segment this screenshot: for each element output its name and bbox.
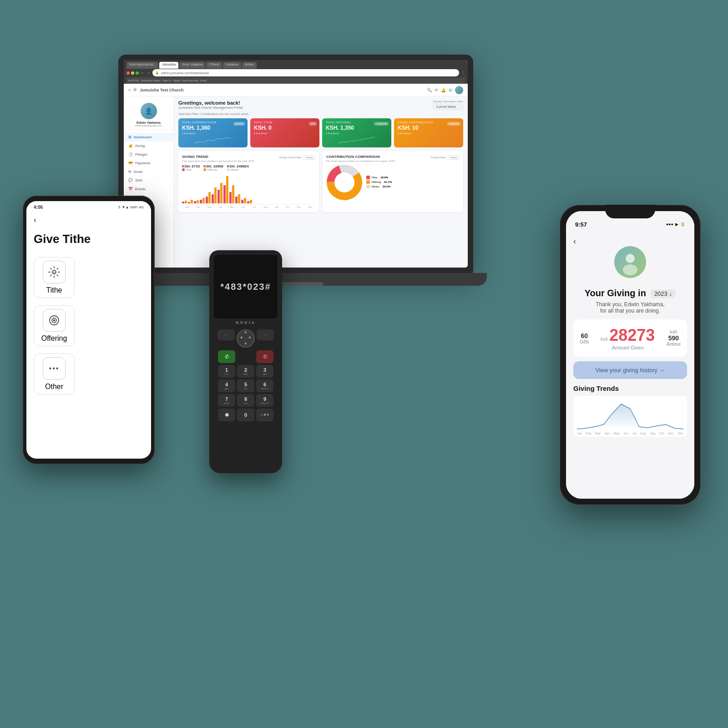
browser-tab[interactable]: Admin <box>242 62 257 69</box>
browser-tab[interactable]: Grey Usajama <box>179 62 205 69</box>
ios-year-arrow-icon: ↓ <box>669 290 672 297</box>
ios-notch <box>605 211 655 218</box>
sidebar-item-payments[interactable]: 💳Payments <box>124 159 173 167</box>
ios-trends-title: Giving Trends <box>573 384 687 392</box>
filter-row: Selected Filter: Contributions for the c… <box>178 112 463 116</box>
chart-subtitle: Pie chart representation of contribution… <box>326 160 460 162</box>
tithe-icon: % <box>43 261 66 283</box>
stat-other: OTHER CONTRIBUTIONS KSH. 10 1 Donations … <box>394 118 463 147</box>
nokia-left-softkey[interactable]: ← <box>217 329 235 340</box>
laptop-screen: Kodi-Nyumba Ad... Jumuisha Grey Usajama … <box>124 60 468 268</box>
tithe-value: KSH. 6733 <box>182 164 200 168</box>
svg-point-3 <box>334 172 354 192</box>
close-button[interactable] <box>126 71 130 75</box>
stat-total-contributions: TOTAL CONTRIBUTIONS KSH. 1,360 1 Donatio… <box>178 118 248 147</box>
browser-tab-active[interactable]: Jumuisha <box>159 62 178 69</box>
tithe-label: Tithe <box>46 286 62 294</box>
ios-year-badge[interactable]: 2023 ↓ <box>651 289 676 298</box>
bookmark[interactable]: Final... <box>200 79 208 82</box>
legend-tithe: Tithe 18.9% <box>366 176 392 179</box>
nokia-key-star[interactable]: ✱ <box>218 409 235 421</box>
browser-chrome: Kodi-Nyumba Ad... Jumuisha Grey Usajama … <box>124 60 468 84</box>
amount-label: Amount Given <box>601 345 655 350</box>
ios-giving-row: Your Giving in 2023 ↓ <box>573 288 687 299</box>
nokia-key-5[interactable]: 5jkl <box>237 379 254 392</box>
ios-history-button[interactable]: View your giving history → <box>573 361 687 379</box>
currency-label: ksh <box>601 336 608 342</box>
stat-sub: 1 Donations <box>398 132 460 135</box>
bookmark[interactable]: Jumuisha Admin <box>141 79 161 82</box>
profile-avatar: 👤 <box>141 103 157 119</box>
nokia-row-3: 7pqrs 8tuv 9wxyz 9 <box>214 394 278 407</box>
donut-container: Tithe 18.9% Offering 61.1% <box>326 164 460 201</box>
month-labels: JanFebMarAprMayJunJulAugSepOctNovDec <box>182 206 315 208</box>
tithe-option[interactable]: % Tithe <box>34 257 75 298</box>
url-bar[interactable]: 🔒 admin.jumuisha.com/k/dashboard <box>152 69 459 76</box>
ios-back-button[interactable]: ‹ <box>573 237 576 246</box>
offering-option[interactable]: Offering <box>34 305 75 346</box>
sidebar-item-giving[interactable]: 💰Giving <box>124 142 173 150</box>
bookmark[interactable]: M-PESA <box>128 79 139 82</box>
filter-badge[interactable]: Current Week <box>433 104 463 110</box>
bookmarks-bar: M-PESA Jumuisha Admin Sign In - Apple Ko… <box>126 77 465 84</box>
amount-value: 28273 <box>609 326 655 345</box>
other-option[interactable]: ••• Other <box>34 354 75 394</box>
sidebar-item-pledges[interactable]: 📋Pledges <box>124 150 173 159</box>
stat-value: KSH. 1,350 <box>326 125 388 131</box>
stat-badge: +90.0% <box>447 122 460 126</box>
nokia-right-softkey[interactable]: → <box>257 329 274 340</box>
chart-filter[interactable]: Yearly <box>448 155 460 160</box>
stat-value: KSH. 1,360 <box>182 125 244 131</box>
nokia-key-4[interactable]: 4ghi <box>218 379 235 392</box>
battery-icon: 🔋 <box>680 222 685 227</box>
nokia-key-9[interactable]: 9wxyz 9 <box>256 394 273 407</box>
donut-legend: Tithe 18.9% Offering 61.1% <box>366 176 392 189</box>
nokia-dpad-center[interactable]: ▲ ◄► ▼ <box>237 329 255 348</box>
nokia-key-6[interactable]: 6mno 6 <box>256 379 273 392</box>
bookmark[interactable]: Sign In - Apple <box>162 79 180 82</box>
svg-text:%: % <box>52 271 56 275</box>
ios-status-icons: ●●● ▶ 🔋 <box>666 222 685 227</box>
nokia-screen: *483*023# <box>214 255 278 318</box>
nokia-key-1[interactable]: 1∞ o <box>218 365 235 378</box>
nokia-key-8[interactable]: 8tuv <box>237 394 254 407</box>
airtime-currency: ksh <box>667 329 681 334</box>
offering-icon <box>43 309 66 332</box>
bar-chart <box>182 173 315 205</box>
nokia-end-key[interactable]: ✆ <box>256 350 273 363</box>
url-text: admin.jumuisha.com/k/dashboard <box>161 71 209 75</box>
browser-tab[interactable]: CPanel <box>206 62 222 69</box>
nokia-softkey-row: ← ▲ ◄► ▼ → <box>214 329 278 348</box>
back-button[interactable]: ‹ <box>34 215 144 225</box>
nokia-key-hash[interactable]: ○ # ≡ <box>256 409 273 421</box>
stat-tithe: TOTAL TITHE KSH. 0 0 Donations 0% <box>250 118 319 147</box>
sidebar-item-sms[interactable]: 💬SMS <box>124 176 173 185</box>
ios-body: 9:57 ●●● ▶ 🔋 ‹ <box>560 205 701 505</box>
browser-tab[interactable]: Usalama <box>223 62 241 69</box>
nokia-call-row: ✆ ✆ <box>214 350 278 363</box>
maximize-button[interactable] <box>136 71 139 75</box>
nokia-call-key[interactable]: ✆ <box>218 350 235 363</box>
network-icon: 4G <box>139 205 144 209</box>
browser-window-controls <box>126 71 139 75</box>
sidebar-item-dashboard[interactable]: ⊞Dashboard <box>124 133 173 142</box>
sidebar-item-email[interactable]: ✉Email <box>124 167 173 176</box>
chart-filter[interactable]: Yearly <box>303 155 315 160</box>
stat-badge: +100.0% <box>374 122 389 126</box>
nokia-phone: *483*023# NOKIA ← ▲ ◄► ▼ → ✆ ✆ <box>209 250 282 473</box>
ios-main-amount: ksh 28273 Amount Given <box>601 326 655 350</box>
bar-group <box>206 192 211 203</box>
nokia-key-2[interactable]: 2abc <box>237 365 254 378</box>
laptop-device: Kodi-Nyumba Ad... Jumuisha Grey Usajama … <box>118 55 473 291</box>
greeting-subtitle: Jumuisha Test Church Management Portal <box>178 106 243 110</box>
nokia-key-3[interactable]: 3def <box>256 365 273 378</box>
minimize-button[interactable] <box>131 71 134 75</box>
ios-trends-section: Giving Trends <box>573 384 687 437</box>
android-status-icons: 5 ▼▲ WiFi 4G <box>118 205 144 209</box>
nokia-key-7[interactable]: 7pqrs <box>218 394 235 407</box>
stat-badge: 34.5% <box>233 122 245 126</box>
sidebar-item-events[interactable]: 📅Events <box>124 185 173 193</box>
bookmark[interactable]: Kodi Nyumba <box>182 79 198 82</box>
browser-tab[interactable]: Kodi-Nyumba Ad... <box>126 62 158 69</box>
nokia-key-0[interactable]: 0 <box>237 409 254 421</box>
